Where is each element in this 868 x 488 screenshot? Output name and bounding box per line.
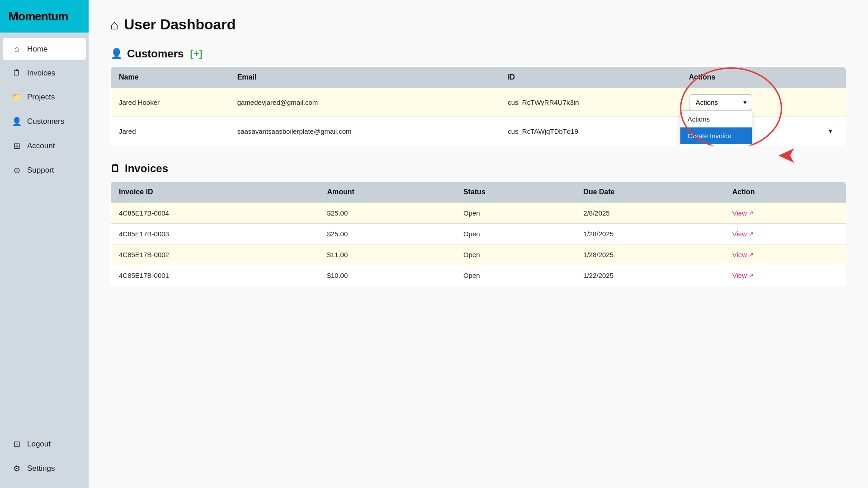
view-link[interactable]: View ↗ (732, 209, 838, 217)
page-title: ⌂ User Dashboard (110, 16, 846, 33)
invoice-amount: $25.00 (319, 203, 455, 224)
customers-table: Name Email ID Actions Jared Hooker gamed… (110, 66, 846, 146)
sidebar-item-label: Projects (27, 93, 55, 102)
dropdown-arrow-icon-2: ▼ (828, 128, 833, 135)
invoices-col-status: Status (455, 182, 575, 203)
external-link-icon: ↗ (749, 251, 754, 258)
sidebar-item-settings[interactable]: ⚙ Settings (3, 457, 86, 480)
invoice-id: 4C85E17B-0003 (111, 224, 319, 244)
invoice-id: 4C85E17B-0004 (111, 203, 319, 224)
invoice-action: View ↗ (724, 265, 846, 286)
sidebar-item-label: Account (27, 141, 55, 150)
invoice-action: View ↗ (724, 224, 846, 244)
invoices-col-id: Invoice ID (111, 182, 319, 203)
invoice-status: Open (455, 203, 575, 224)
invoice-amount: $10.00 (319, 265, 455, 286)
customers-col-name: Name (111, 67, 229, 88)
invoice-action: View ↗ (724, 244, 846, 265)
invoices-icon: 🗒 (12, 68, 22, 78)
invoice-due-date: 1/22/2025 (575, 265, 724, 286)
logo-m: M (8, 9, 18, 23)
external-link-icon: ↗ (749, 230, 754, 237)
dropdown-item-create-invoice[interactable]: Create Invoice (680, 127, 752, 144)
sidebar-item-logout[interactable]: ⊡ Logout (3, 433, 86, 455)
customers-col-email: Email (229, 67, 500, 88)
sidebar-item-invoices[interactable]: 🗒 Invoices (3, 62, 86, 84)
sidebar-bottom: ⊡ Logout ⚙ Settings (0, 432, 89, 488)
invoice-action: View ↗ (724, 203, 846, 224)
customer-name: Jared Hooker (111, 88, 229, 117)
add-customer-button[interactable]: [+] (190, 48, 203, 60)
invoice-id: 4C85E17B-0002 (111, 244, 319, 265)
customers-col-id: ID (500, 67, 681, 88)
dropdown-item-actions[interactable]: Actions (680, 111, 752, 127)
invoices-col-action: Action (724, 182, 846, 203)
account-icon: ⊞ (12, 141, 22, 151)
table-row: 4C85E17B-0003 $25.00 Open 1/28/2025 View… (111, 224, 846, 244)
sidebar-item-label: Customers (27, 117, 64, 126)
customers-col-actions: Actions (681, 67, 846, 88)
customers-icon: 👤 (12, 117, 22, 127)
sidebar-item-support[interactable]: ⊙ Support (3, 159, 86, 182)
invoice-status: Open (455, 265, 575, 286)
dropdown-item-create-project[interactable]: Create Project (680, 144, 752, 146)
invoices-section-icon: 🗒 (110, 163, 120, 174)
actions-dropdown-wrapper: Actions Create Invoice Create Project Vi… (689, 94, 752, 110)
customer-id: cus_RcTAWjqTDbTq19 (500, 117, 681, 146)
invoices-table: Invoice ID Amount Status Due Date Action… (110, 181, 846, 286)
invoices-col-due-date: Due Date (575, 182, 724, 203)
invoice-due-date: 2/8/2025 (575, 203, 724, 224)
sidebar-item-label: Invoices (27, 69, 55, 78)
support-icon: ⊙ (12, 165, 22, 175)
customer-name: Jared (111, 117, 229, 146)
external-link-icon: ↗ (749, 210, 754, 216)
sidebar-item-account[interactable]: ⊞ Account (3, 135, 86, 157)
sidebar-item-label: Logout (27, 440, 51, 449)
invoice-status: Open (455, 224, 575, 244)
customers-section-header: 👤 Customers [+] (110, 47, 846, 60)
sidebar-item-customers[interactable]: 👤 Customers (3, 110, 86, 133)
invoices-section-header: 🗒 Invoices (110, 162, 846, 175)
settings-icon: ⚙ (12, 464, 22, 474)
table-row: 4C85E17B-0004 $25.00 Open 2/8/2025 View … (111, 203, 846, 224)
customer-email: gamedevjared@gmail.com (229, 88, 500, 117)
sidebar-item-label: Settings (27, 464, 55, 473)
sidebar-nav: ⌂ Home 🗒 Invoices 📁 Projects 👤 Customers… (0, 33, 89, 432)
customers-section-icon: 👤 (110, 48, 123, 60)
invoice-due-date: 1/28/2025 (575, 244, 724, 265)
view-link[interactable]: View ↗ (732, 230, 838, 238)
view-link[interactable]: View ↗ (732, 272, 838, 279)
logo-text: Momentum (8, 9, 68, 23)
invoice-id: 4C85E17B-0001 (111, 265, 319, 286)
sidebar-logo: Momentum (0, 0, 89, 33)
table-row: 4C85E17B-0002 $11.00 Open 1/28/2025 View… (111, 244, 846, 265)
customer-actions-cell: Actions Create Invoice Create Project Vi… (681, 88, 846, 117)
invoice-amount: $11.00 (319, 244, 455, 265)
sidebar-item-home[interactable]: ⌂ Home (3, 38, 86, 60)
page-title-icon: ⌂ (110, 17, 118, 33)
customer-id: cus_RcTWyRR4U7k3in (500, 88, 681, 117)
external-link-icon: ↗ (749, 272, 754, 279)
actions-select[interactable]: Actions Create Invoice Create Project Vi… (689, 94, 752, 110)
invoice-amount: $25.00 (319, 224, 455, 244)
invoice-status: Open (455, 244, 575, 265)
customer-email: saasavantsaasboilerplate@gmail.com (229, 117, 500, 146)
invoice-due-date: 1/28/2025 (575, 224, 724, 244)
sidebar-item-label: Home (27, 45, 47, 54)
invoices-col-amount: Amount (319, 182, 455, 203)
projects-icon: 📁 (12, 92, 22, 102)
logout-icon: ⊡ (12, 439, 22, 449)
view-link[interactable]: View ↗ (732, 251, 838, 258)
actions-dropdown-menu: Actions Create Invoice Create Project Vi… (680, 110, 752, 146)
home-icon: ⌂ (12, 44, 22, 54)
table-row: 4C85E17B-0001 $10.00 Open 1/22/2025 View… (111, 265, 846, 286)
sidebar-item-label: Support (27, 166, 54, 175)
customers-section: 👤 Customers [+] Name Email ID Actions Ja… (110, 47, 846, 146)
sidebar-item-projects[interactable]: 📁 Projects (3, 86, 86, 108)
sidebar: Momentum ⌂ Home 🗒 Invoices 📁 Projects 👤 … (0, 0, 89, 488)
table-row: Jared Hooker gamedevjared@gmail.com cus_… (111, 88, 846, 117)
main-content: ⌂ User Dashboard 👤 Customers [+] Name Em… (89, 0, 868, 488)
invoices-section: 🗒 Invoices Invoice ID Amount Status Due … (110, 162, 846, 286)
